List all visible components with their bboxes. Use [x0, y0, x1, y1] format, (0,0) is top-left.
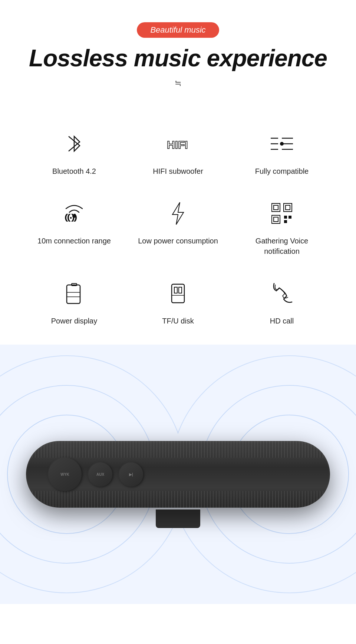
- voice-label: Gathering Voice notification: [237, 236, 326, 256]
- control-btn-2[interactable]: AUX: [88, 462, 112, 487]
- compatible-label: Fully compatible: [255, 166, 309, 176]
- lowpower-icon: [163, 199, 193, 228]
- svg-marker-10: [172, 202, 184, 225]
- hifi-icon: HIFI: [163, 129, 193, 159]
- svg-rect-20: [67, 285, 80, 303]
- svg-text:((·)): ((·)): [65, 213, 77, 221]
- svg-rect-26: [179, 287, 182, 293]
- speaker-section: WYK AUX ▶|: [0, 345, 356, 604]
- feature-lowpower: Low power consumption: [126, 187, 230, 268]
- feature-voice: Gathering Voice notification: [230, 187, 334, 268]
- compatible-icon: [267, 129, 297, 159]
- range-label: 10m connection range: [37, 236, 111, 246]
- voice-icon: [267, 199, 297, 228]
- call-label: HD call: [270, 316, 294, 326]
- badge: Beautiful music: [137, 22, 219, 38]
- feature-hifi: HIFI HIFI subwoofer: [126, 118, 230, 187]
- svg-rect-18: [289, 216, 291, 218]
- disk-label: TF/U disk: [162, 316, 194, 326]
- btn2-label: AUX: [96, 472, 104, 477]
- speaker-device: WYK AUX ▶|: [26, 430, 330, 519]
- speaker-mesh-top: [26, 441, 330, 458]
- svg-rect-24: [172, 284, 184, 303]
- btn3-label: ▶|: [129, 472, 133, 477]
- range-icon: ((·)): [59, 199, 89, 228]
- control-btn-3[interactable]: ▶|: [119, 462, 143, 487]
- speaker-controls: WYK AUX ▶|: [48, 458, 143, 491]
- hifi-label: HIFI subwoofer: [153, 166, 203, 176]
- features-grid: Bluetooth 4.2 HIFI HIFI subwoofer: [0, 107, 356, 345]
- feature-battery: Power display: [22, 268, 126, 337]
- bluetooth-icon: [59, 129, 89, 159]
- svg-rect-11: [272, 203, 280, 212]
- svg-rect-19: [284, 220, 287, 223]
- top-section: Beautiful music Lossless music experienc…: [0, 0, 356, 107]
- svg-rect-15: [272, 215, 280, 223]
- control-btn-1[interactable]: WYK: [48, 458, 82, 491]
- feature-compatible: Fully compatible: [230, 118, 334, 187]
- disk-icon: [163, 279, 193, 308]
- page-wrapper: Beautiful music Lossless music experienc…: [0, 0, 356, 604]
- battery-label: Power display: [51, 316, 98, 326]
- main-title: Lossless music experience: [15, 45, 341, 71]
- call-icon: [267, 279, 297, 308]
- feature-call: HD call: [230, 268, 334, 337]
- lowpower-label: Low power consumption: [138, 236, 218, 246]
- speaker-mesh-bottom: [26, 491, 330, 508]
- feature-bluetooth: Bluetooth 4.2: [22, 118, 126, 187]
- battery-icon: [59, 279, 89, 308]
- bluetooth-label: Bluetooth 4.2: [52, 166, 96, 176]
- svg-text:HIFI: HIFI: [167, 139, 188, 151]
- svg-rect-25: [174, 287, 177, 293]
- feature-disk: TF/U disk: [126, 268, 230, 337]
- svg-rect-13: [284, 203, 292, 212]
- speaker-body: WYK AUX ▶|: [26, 441, 330, 508]
- svg-rect-14: [286, 205, 290, 210]
- divider-icon: ≒: [15, 79, 341, 88]
- feature-range: ((·)) 10m connection range: [22, 187, 126, 268]
- svg-rect-16: [274, 217, 278, 222]
- speaker-strap: [156, 509, 200, 528]
- svg-rect-12: [274, 205, 278, 210]
- btn1-label: WYK: [60, 472, 69, 477]
- svg-rect-17: [284, 216, 287, 218]
